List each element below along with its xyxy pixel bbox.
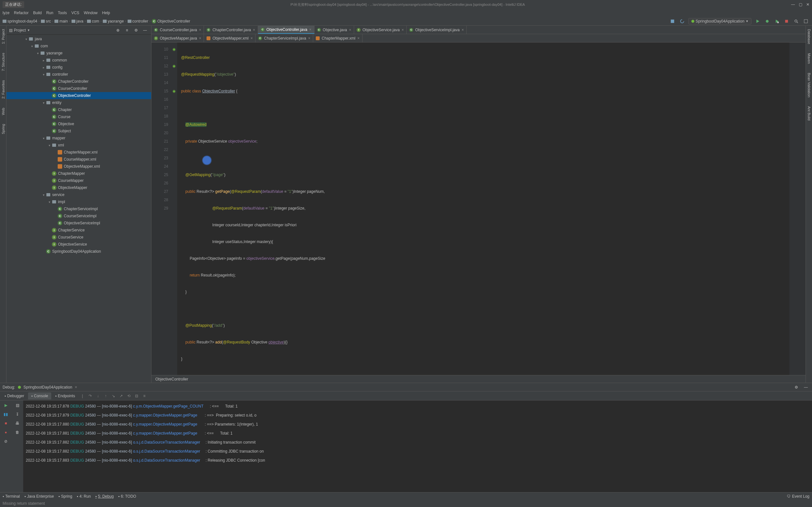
tool-window-web[interactable]: Web: [1, 106, 6, 117]
mute-bp-icon[interactable]: ⊘: [2, 438, 9, 445]
tree-item-impl[interactable]: ▾impl: [6, 198, 151, 205]
breakpoints-icon[interactable]: ●: [2, 429, 9, 436]
bottom-tab-4-run[interactable]: ▪4: Run: [77, 494, 91, 499]
tree-item-coursemapper-xml[interactable]: CourseMapper.xml: [6, 156, 151, 163]
close-icon[interactable]: ×: [349, 28, 351, 32]
breadcrumb-item[interactable]: java: [71, 19, 84, 23]
menu-refactor[interactable]: Refactor: [14, 11, 29, 15]
bottom-tab-5-debug[interactable]: ▪5: Debug: [95, 494, 114, 499]
editor-tab-chaptermapper-xml[interactable]: ChapterMapper.xml×: [313, 34, 362, 42]
debug-step-icon-2[interactable]: ↓: [94, 392, 101, 399]
console-output[interactable]: 2022-12-08 19:15:17.878 DEBUG 24580 --- …: [23, 400, 812, 492]
close-icon[interactable]: ×: [253, 28, 255, 32]
stop-icon[interactable]: ■: [2, 420, 9, 427]
editor-tab-objectiveservice-java[interactable]: IObjectiveService.java×: [354, 26, 407, 34]
breadcrumb-item[interactable]: springboot-day04: [3, 19, 37, 23]
sync-icon[interactable]: [678, 18, 686, 25]
close-icon[interactable]: ×: [199, 36, 201, 41]
tree-item-objectivemapper[interactable]: IObjectiveMapper: [6, 184, 151, 191]
menu-lyze[interactable]: lyze: [3, 11, 9, 15]
debug-step-icon-8[interactable]: ≡: [141, 392, 148, 399]
chevron-down-icon[interactable]: ▼: [27, 29, 30, 32]
tree-arrow-icon[interactable]: ▾: [30, 44, 34, 48]
tree-item-chaptermapper-xml[interactable]: ChapterMapper.xml: [6, 149, 151, 156]
debug-tab-console[interactable]: ▪Console: [28, 392, 51, 399]
spring-gutter-icon[interactable]: ◉: [172, 62, 175, 70]
tool-window-database[interactable]: Database: [807, 27, 812, 46]
tree-item-objectivemapper-xml[interactable]: ObjectiveMapper.xml: [6, 163, 151, 170]
tree-arrow-icon[interactable]: ▾: [41, 193, 46, 197]
tree-arrow-icon[interactable]: ▾: [47, 200, 52, 204]
debug-step-icon-0[interactable]: |: [79, 392, 86, 399]
close-icon[interactable]: ×: [357, 36, 360, 41]
build-icon[interactable]: [669, 18, 676, 25]
tree-item-chaptercontroller[interactable]: CChapterController: [6, 78, 151, 85]
pause-icon[interactable]: ▮▮: [2, 411, 9, 418]
tree-item-objective[interactable]: CObjective: [6, 120, 151, 127]
collapse-icon[interactable]: ≡: [123, 27, 131, 34]
stop-icon[interactable]: [783, 18, 790, 25]
tree-item-chapterserviceimpl[interactable]: CChapterServiceImpl: [6, 205, 151, 213]
close-icon[interactable]: ×: [461, 28, 464, 32]
editor-tab-objectivemapper-java[interactable]: IObjectiveMapper.java×: [151, 34, 204, 42]
editor-tab-objectivecontroller-java[interactable]: CObjectiveController.java×: [258, 26, 314, 34]
tree-item-courseservice[interactable]: ICourseService: [6, 234, 151, 241]
debug-step-icon-5[interactable]: ↗: [118, 392, 125, 399]
rerun-icon[interactable]: ▶: [2, 402, 9, 409]
editor-tab-chaptercontroller-java[interactable]: CChapterController.java×: [204, 26, 258, 34]
tree-item-config[interactable]: ▸config: [6, 64, 151, 71]
editor-tab-objective-java[interactable]: CObjective.java×: [314, 26, 354, 34]
tree-item-subject[interactable]: CSubject: [6, 127, 151, 134]
close-icon[interactable]: ×: [250, 36, 253, 41]
tree-item-coursemapper[interactable]: ICourseMapper: [6, 177, 151, 184]
layout-icon[interactable]: ▤: [14, 402, 21, 409]
spring-gutter-icon[interactable]: ◉: [172, 45, 175, 53]
close-icon[interactable]: ×: [308, 36, 310, 41]
locate-icon[interactable]: ⊕: [114, 27, 121, 34]
bottom-tab-6-todo[interactable]: ▪6: TODO: [118, 494, 136, 499]
tree-arrow-icon[interactable]: ▾: [41, 73, 46, 76]
tree-item-course[interactable]: CCourse: [6, 113, 151, 120]
tree-arrow-icon[interactable]: ▾: [41, 101, 46, 105]
menu-window[interactable]: Window: [84, 11, 98, 15]
bottom-tab-spring[interactable]: ▪Spring: [58, 494, 72, 499]
tool-window-maven[interactable]: Maven: [807, 51, 812, 66]
tree-item-springbootday04application[interactable]: CSpringbootDay04Application: [6, 248, 151, 255]
editor-tab-objectivemapper-xml[interactable]: ObjectiveMapper.xml×: [204, 34, 256, 42]
tree-item-chapterservice[interactable]: IChapterService: [6, 227, 151, 234]
run-coverage-icon[interactable]: [773, 18, 780, 25]
tree-item-objectiveserviceimpl[interactable]: CObjectiveServiceImpl: [6, 220, 151, 227]
debug-step-icon-7[interactable]: ⊟: [133, 392, 140, 399]
debug-step-icon-6[interactable]: ⟲: [125, 392, 133, 399]
tree-item-courseserviceimpl[interactable]: CCourseServiceImpl: [6, 213, 151, 220]
close-icon[interactable]: ×: [309, 27, 312, 32]
tree-arrow-icon[interactable]: ▾: [41, 136, 46, 140]
breadcrumb-item[interactable]: controller: [128, 19, 148, 23]
menu-tools[interactable]: Tools: [58, 11, 67, 15]
ide-settings-icon[interactable]: [802, 18, 809, 25]
close-icon[interactable]: ×: [402, 28, 404, 32]
tree-item-controller[interactable]: ▾controller: [6, 71, 151, 78]
tree-arrow-icon[interactable]: ▾: [47, 144, 52, 147]
hide-icon[interactable]: —: [142, 27, 149, 34]
tree-item-service[interactable]: ▾service: [6, 191, 151, 198]
tree-arrow-icon[interactable]: ▾: [24, 37, 29, 41]
search-icon[interactable]: [793, 18, 800, 25]
tree-item-xml[interactable]: ▾xml: [6, 142, 151, 149]
run-icon[interactable]: [754, 18, 761, 25]
tool-window-1-project[interactable]: 1: Project: [1, 27, 6, 46]
tree-item-java[interactable]: ▾java: [6, 36, 151, 43]
editor-tab-chapterserviceimpl-java[interactable]: CChapterServiceImpl.java×: [256, 34, 313, 42]
tool-window-ant-build[interactable]: Ant Build: [807, 104, 812, 122]
tree-item-entity[interactable]: ▾entity: [6, 99, 151, 106]
gear-icon[interactable]: ⚙: [793, 384, 800, 391]
tree-item-objectiveservice[interactable]: IObjectiveService: [6, 241, 151, 248]
debug-icon[interactable]: [764, 18, 771, 25]
breadcrumb-item[interactable]: C ObjectiveController: [152, 19, 190, 23]
hide-icon[interactable]: —: [802, 384, 809, 391]
debug-tab-endpoints[interactable]: ▪Endpoints: [52, 392, 78, 399]
minimap[interactable]: [790, 43, 806, 375]
breadcrumb-item[interactable]: main: [54, 19, 68, 23]
tree-item-chapter[interactable]: CChapter: [6, 106, 151, 113]
tree-item-com[interactable]: ▾com: [6, 43, 151, 50]
